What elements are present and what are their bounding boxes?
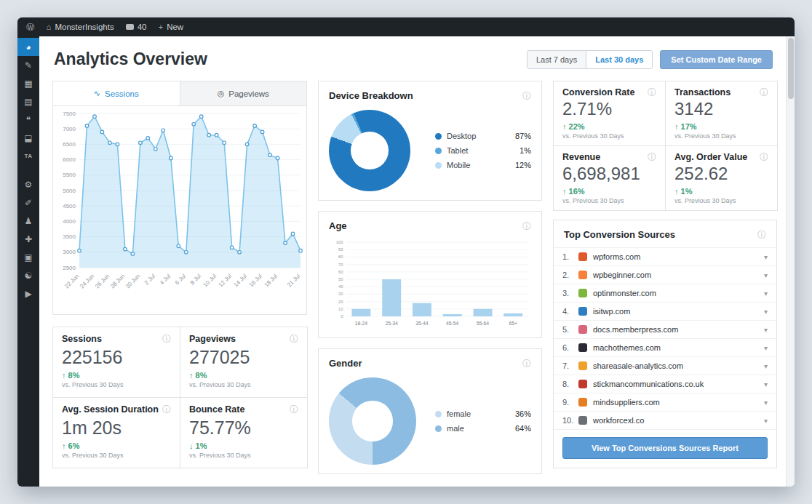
chevron-down-icon[interactable]: ▾ [764, 253, 768, 261]
source-row[interactable]: 7.shareasale-analytics.com▾ [554, 357, 776, 375]
sessions-icon: ∿ [94, 89, 100, 98]
male-legend-dot [435, 425, 442, 432]
sidebar-item-forms[interactable]: ▣ [17, 248, 39, 266]
source-row[interactable]: 10.workforcexl.co▾ [554, 412, 776, 430]
sidebar-item-video[interactable]: ▶ [17, 284, 39, 303]
last-30-days-button[interactable]: Last 30 days [586, 51, 652, 68]
eye-icon: ◎ [218, 89, 225, 98]
source-rank: 2. [562, 271, 578, 279]
comments-icon: ❝ [26, 115, 31, 125]
source-row[interactable]: 4.isitwp.com▾ [554, 303, 776, 321]
info-icon[interactable]: ⓘ [760, 88, 768, 97]
sidebar-item-media[interactable]: ▦ [17, 74, 39, 92]
site-name: MonsterInsights [55, 23, 114, 31]
info-icon[interactable]: ⓘ [162, 405, 171, 414]
transactions-card: Transactionsⓘ 3142 ↑ 17% vs. Previous 30… [665, 81, 778, 146]
sidebar-item-ta-plugin[interactable]: TA [17, 147, 39, 165]
stat-label: Avg. Session Duration [62, 404, 159, 415]
legend-value: 64% [515, 424, 531, 433]
chevron-down-icon[interactable]: ▾ [764, 271, 768, 279]
stat-label: Pageviews [189, 334, 236, 344]
sidebar-item-tools[interactable]: ⚙ [17, 175, 39, 193]
comments-menu[interactable]: 40 [126, 23, 147, 31]
chevron-down-icon[interactable]: ▾ [764, 362, 768, 370]
svg-text:14 Jul: 14 Jul [233, 273, 249, 289]
stat-compare: vs. Previous 30 Days [189, 452, 298, 459]
stat-value: 75.77% [189, 417, 298, 439]
stat-delta: ↓ 1% [189, 441, 298, 450]
chevron-down-icon[interactable]: ▾ [764, 344, 768, 352]
info-icon[interactable]: ⓘ [290, 405, 298, 414]
site-favicon [578, 380, 587, 388]
sidebar-item-posts[interactable]: ✎ [17, 56, 39, 74]
source-row[interactable]: 2.wpbeginner.com▾ [554, 266, 776, 284]
scrollbar-thumb[interactable] [788, 38, 794, 99]
set-custom-date-range-button[interactable]: Set Custom Date Range [660, 50, 773, 69]
mobile-legend-dot [435, 162, 442, 169]
sidebar-item-users[interactable]: ♟ [17, 212, 39, 230]
info-icon[interactable]: ⓘ [290, 335, 298, 343]
svg-text:70: 70 [338, 263, 343, 267]
info-icon[interactable]: ⓘ [522, 222, 531, 231]
new-content-menu[interactable]: +New [158, 23, 183, 31]
chevron-down-icon[interactable]: ▾ [764, 380, 768, 388]
traffic-stats-grid: Sessionsⓘ 225156 ↑ 8% vs. Previous 30 Da… [52, 327, 307, 468]
info-icon[interactable]: ⓘ [162, 335, 171, 343]
svg-text:18 Jul: 18 Jul [263, 273, 279, 289]
sidebar-item-spacer [17, 165, 39, 175]
last-7-days-button[interactable]: Last 7 days [528, 51, 586, 68]
source-row[interactable]: 9.mindsuppliers.com▾ [554, 393, 776, 412]
info-icon[interactable]: ⓘ [648, 88, 656, 97]
legend-value: 87% [515, 132, 531, 140]
wp-logo-menu[interactable]: Ⓦ [26, 22, 35, 33]
chevron-down-icon[interactable]: ▾ [764, 399, 768, 407]
card-title: Top Conversion Sources [564, 229, 675, 240]
source-row[interactable]: 1.wpforms.com▾ [554, 248, 776, 266]
svg-text:6 Jul: 6 Jul [174, 273, 187, 286]
metric-label: Revenue [562, 152, 600, 162]
site-favicon [578, 307, 587, 316]
tab-sessions[interactable]: ∿ Sessions [53, 81, 180, 105]
tab-pageviews[interactable]: ◎ Pageviews [180, 81, 307, 105]
stat-compare: vs. Previous 30 Days [189, 381, 298, 388]
sidebar-item-marketing[interactable]: ✐ [17, 193, 39, 212]
gender-donut [329, 377, 416, 465]
source-rank: 3. [562, 289, 578, 297]
comments-icon [126, 24, 134, 30]
info-icon[interactable]: ⓘ [648, 153, 656, 161]
source-row[interactable]: 3.optinmonster.com▾ [554, 284, 776, 303]
metric-value: 252.62 [674, 164, 768, 184]
sidebar-item-seo[interactable]: ☯ [17, 266, 39, 284]
vertical-scrollbar[interactable] [786, 36, 795, 487]
sidebar-item-comments[interactable]: ❝ [17, 111, 39, 129]
card-title: Age [329, 220, 347, 231]
metric-value: 2.71% [562, 99, 656, 119]
source-row[interactable]: 5.docs.memberpress.com▾ [554, 321, 776, 339]
sidebar-item-plugins[interactable]: ✚ [17, 230, 39, 248]
site-menu[interactable]: ⌂MonsterInsights [47, 23, 114, 31]
info-icon[interactable]: ⓘ [522, 92, 531, 100]
info-icon[interactable]: ⓘ [760, 153, 768, 161]
source-row[interactable]: 8.stickmancommunications.co.uk▾ [554, 375, 776, 393]
gender-card: Genderⓘ female36% male64% [318, 348, 542, 474]
svg-text:80: 80 [338, 255, 343, 260]
chevron-down-icon[interactable]: ▾ [764, 417, 768, 425]
source-rank: 1. [562, 252, 578, 261]
ecommerce-metrics-grid: Conversion Rateⓘ 2.71% ↑ 22% vs. Previou… [553, 81, 777, 210]
svg-text:7000: 7000 [63, 126, 76, 132]
source-domain: optinmonster.com [593, 289, 656, 297]
sidebar-item-monsterinsights[interactable]: ◕ [17, 38, 39, 56]
chevron-down-icon[interactable]: ▾ [764, 308, 768, 316]
metric-label: Transactions [674, 87, 731, 97]
info-icon[interactable]: ⓘ [757, 231, 766, 239]
chevron-down-icon[interactable]: ▾ [764, 326, 768, 334]
stat-value: 1m 20s [62, 417, 171, 439]
source-row[interactable]: 6.machothemes.com▾ [554, 339, 776, 357]
info-icon[interactable]: ⓘ [522, 359, 531, 368]
chevron-down-icon[interactable]: ▾ [764, 289, 768, 297]
source-rank: 8. [562, 380, 578, 388]
svg-text:45-54: 45-54 [446, 321, 459, 326]
sidebar-item-downloads[interactable]: ⬓ [17, 129, 39, 147]
sidebar-item-pages[interactable]: ▤ [17, 92, 39, 111]
view-top-conversions-report-button[interactable]: View Top Conversions Sources Report [562, 437, 768, 459]
